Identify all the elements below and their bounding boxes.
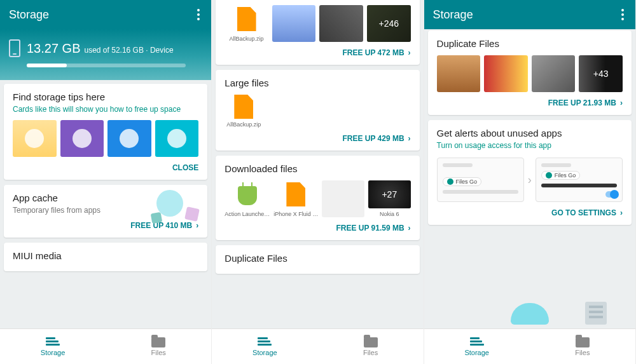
screen-storage-scrolled: AllBackup.zip +246 FREE UP 472 MB › Larg… bbox=[212, 0, 424, 364]
media-card[interactable]: AllBackup.zip +246 FREE UP 472 MB › bbox=[216, 0, 419, 65]
mock-chip-label: Files Go bbox=[555, 172, 576, 179]
downloaded-files-card[interactable]: Downloaded files Action Launche… iPhone … bbox=[216, 156, 419, 240]
storage-used-suffix: used of 52.16 GB · Device bbox=[85, 46, 174, 55]
screen-storage-main: Storage 13.27 GB used of 52.16 GB · Devi… bbox=[0, 0, 212, 364]
more-count-overlay: +43 bbox=[579, 55, 623, 92]
duplicate-files-card-peek[interactable]: Duplicate Files bbox=[216, 245, 419, 274]
mock-settings-after: Files Go bbox=[536, 158, 623, 202]
list-item[interactable]: AllBackup.zip bbox=[225, 5, 268, 42]
free-up-label: FREE UP 21.93 MB bbox=[548, 98, 616, 107]
tips-close-button[interactable]: CLOSE bbox=[13, 163, 198, 172]
media-thumb[interactable] bbox=[319, 5, 363, 42]
media-thumb[interactable]: +246 bbox=[367, 5, 411, 42]
tip-illustration bbox=[155, 120, 199, 157]
media-thumb[interactable]: +43 bbox=[579, 55, 623, 92]
nav-storage[interactable]: Storage bbox=[0, 329, 106, 364]
tips-subtitle: Cards like this will show you how to fre… bbox=[13, 105, 198, 114]
overflow-menu-icon[interactable] bbox=[195, 6, 202, 23]
alerts-illustration: Files Go › Files Go bbox=[437, 158, 623, 202]
tips-title: Find storage tips here bbox=[13, 91, 198, 102]
nav-storage-label: Storage bbox=[464, 349, 489, 356]
bottom-nav: Storage Files bbox=[424, 328, 635, 364]
file-label: AllBackup.zip bbox=[225, 121, 263, 128]
usage-alerts-card[interactable]: Get alerts about unused apps Turn on usa… bbox=[428, 120, 632, 225]
list-item[interactable]: +27 Nokia 6 bbox=[368, 180, 411, 217]
overflow-menu-icon[interactable] bbox=[619, 6, 626, 23]
nav-files-label: Files bbox=[151, 349, 166, 356]
media-thumb[interactable] bbox=[532, 55, 576, 92]
card-list[interactable]: Duplicate Files +43 FREE UP 21.93 MB › G… bbox=[424, 29, 635, 328]
duplicate-title: Duplicate Files bbox=[437, 38, 623, 49]
folder-icon bbox=[576, 337, 590, 347]
app-cache-card[interactable]: App cache Temporary files from apps FREE… bbox=[4, 185, 207, 238]
free-up-button[interactable]: FREE UP 91.59 MB › bbox=[225, 224, 410, 233]
storage-progress-bar bbox=[27, 64, 186, 67]
miui-media-card[interactable]: MIUI media bbox=[4, 243, 207, 271]
appbar: Storage bbox=[0, 0, 211, 29]
nav-files[interactable]: Files bbox=[530, 329, 635, 364]
screen-storage-alerts: Storage Duplicate Files +43 FREE UP 21.9… bbox=[424, 0, 636, 364]
mock-chip-label: Files Go bbox=[456, 179, 478, 185]
storage-usage-header: 13.27 GB used of 52.16 GB · Device bbox=[0, 29, 211, 80]
app-cache-illustration bbox=[132, 189, 202, 227]
card-list[interactable]: AllBackup.zip +246 FREE UP 472 MB › Larg… bbox=[212, 0, 423, 328]
free-up-label: FREE UP 472 MB bbox=[342, 48, 404, 57]
large-files-card[interactable]: Large files AllBackup.zip FREE UP 429 MB… bbox=[216, 70, 419, 151]
media-thumb[interactable] bbox=[272, 5, 316, 42]
nav-files[interactable]: Files bbox=[317, 329, 423, 364]
nav-files[interactable]: Files bbox=[106, 329, 211, 364]
card-list[interactable]: Find storage tips here Cards like this w… bbox=[0, 80, 211, 328]
media-thumb[interactable]: +27 bbox=[368, 180, 411, 208]
storage-tab-icon bbox=[470, 337, 484, 347]
file-label: iPhone X Fluid … bbox=[273, 211, 318, 217]
file-label: Nokia 6 bbox=[368, 211, 411, 217]
bottom-nav: Storage Files bbox=[212, 328, 423, 364]
file-label: Action Launche… bbox=[225, 211, 270, 217]
large-files-title: Large files bbox=[225, 78, 410, 88]
nav-storage-label: Storage bbox=[41, 349, 66, 356]
list-item[interactable]: Action Launche… bbox=[225, 180, 270, 217]
appbar: Storage bbox=[424, 0, 635, 29]
chevron-right-icon: › bbox=[620, 208, 623, 217]
bottom-nav: Storage Files bbox=[0, 328, 211, 364]
folder-icon bbox=[364, 337, 378, 347]
media-thumb[interactable] bbox=[322, 180, 364, 217]
media-thumb[interactable] bbox=[484, 55, 528, 92]
chevron-right-icon: › bbox=[408, 48, 411, 57]
chevron-right-icon: › bbox=[408, 224, 411, 233]
chevron-right-icon: › bbox=[620, 98, 623, 107]
appbar-title: Storage bbox=[9, 8, 195, 22]
free-up-button[interactable]: FREE UP 472 MB › bbox=[225, 48, 410, 57]
downloaded-title: Downloaded files bbox=[225, 163, 410, 174]
list-item[interactable]: AllBackup.zip bbox=[225, 95, 263, 128]
media-thumb[interactable] bbox=[437, 55, 481, 92]
nav-storage-label: Storage bbox=[252, 349, 277, 356]
duplicate-files-card[interactable]: Duplicate Files +43 FREE UP 21.93 MB › bbox=[428, 30, 632, 115]
nav-files-label: Files bbox=[363, 349, 378, 356]
file-label: AllBackup.zip bbox=[225, 36, 268, 42]
go-to-settings-button[interactable]: GO TO SETTINGS › bbox=[437, 208, 623, 217]
file-icon bbox=[234, 95, 253, 119]
nav-storage[interactable]: Storage bbox=[424, 329, 530, 364]
more-count-overlay: +246 bbox=[367, 5, 411, 42]
device-icon bbox=[9, 39, 20, 57]
close-label: CLOSE bbox=[172, 163, 198, 172]
free-up-label: FREE UP 91.59 MB bbox=[336, 224, 404, 233]
nav-storage[interactable]: Storage bbox=[212, 329, 317, 364]
toggle-icon bbox=[605, 191, 618, 198]
appbar-title: Storage bbox=[433, 8, 619, 22]
alerts-title: Get alerts about unused apps bbox=[437, 128, 623, 138]
file-icon bbox=[286, 182, 305, 206]
storage-tab-icon bbox=[46, 337, 60, 347]
alerts-subtitle: Turn on usage access for this app bbox=[437, 141, 623, 150]
chevron-right-icon: › bbox=[408, 134, 411, 143]
storage-tab-icon bbox=[258, 337, 272, 347]
free-up-button[interactable]: FREE UP 21.93 MB › bbox=[437, 98, 623, 107]
tip-illustration bbox=[13, 120, 57, 157]
settings-action-label: GO TO SETTINGS bbox=[551, 208, 616, 217]
free-up-button[interactable]: FREE UP 429 MB › bbox=[225, 134, 410, 143]
storage-used-value: 13.27 GB bbox=[27, 41, 81, 56]
list-item[interactable]: iPhone X Fluid … bbox=[273, 180, 318, 217]
duplicate-title: Duplicate Files bbox=[225, 253, 410, 264]
miui-media-title: MIUI media bbox=[13, 250, 198, 261]
